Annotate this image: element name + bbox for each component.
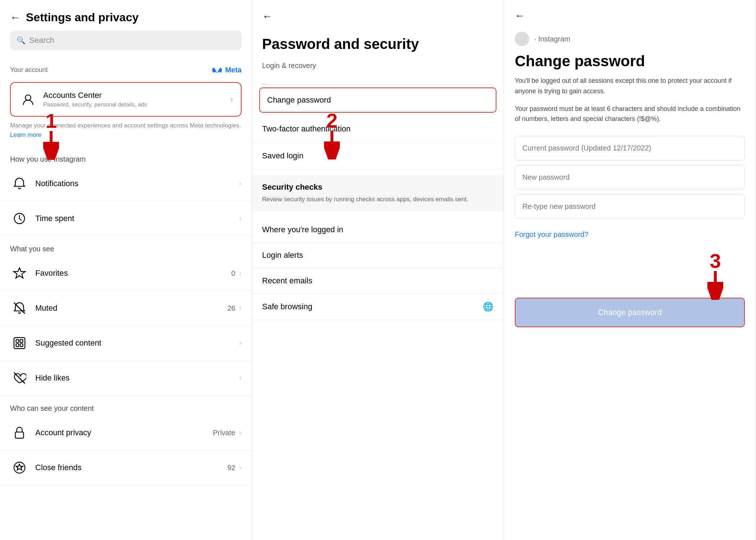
saved-login-item[interactable]: Saved login	[252, 143, 504, 170]
recent-emails-label: Recent emails	[262, 276, 312, 285]
mute-icon	[10, 299, 29, 318]
clock-icon	[10, 209, 29, 228]
your-account-label: Your account	[10, 66, 48, 74]
search-bar[interactable]: 🔍 Search	[10, 31, 242, 50]
suggested-content-content: Suggested content	[35, 338, 239, 348]
current-password-input[interactable]	[515, 136, 745, 161]
close-friends-title: Close friends	[35, 463, 227, 472]
panel2-title: Password and security	[252, 25, 504, 56]
svg-point-0	[25, 95, 31, 100]
search-icon: 🔍	[17, 36, 26, 45]
accounts-center-item[interactable]: Accounts Center Password, security, pers…	[10, 82, 242, 117]
time-spent-chevron: ›	[239, 214, 242, 223]
change-password-desc-2: Your password must be at least 6 charact…	[504, 104, 756, 132]
current-password-group	[515, 136, 745, 161]
favorites-chevron: ›	[239, 269, 242, 278]
notifications-chevron: ›	[239, 179, 242, 188]
favorites-content: Favorites	[35, 269, 231, 278]
new-password-group	[515, 165, 745, 190]
svg-rect-6	[14, 338, 25, 348]
login-alerts-item[interactable]: Login alerts	[252, 243, 504, 268]
svg-rect-7	[16, 340, 19, 343]
change-password-item[interactable]: Change password	[259, 87, 496, 113]
accounts-center-icon	[19, 90, 37, 109]
close-friends-chevron: ›	[239, 463, 242, 472]
safe-browsing-item[interactable]: Safe browsing 🌐	[252, 294, 504, 320]
change-password-title: Change password	[504, 49, 756, 76]
instagram-avatar	[515, 32, 529, 46]
back-arrow-3[interactable]: ←	[515, 10, 525, 21]
recent-emails-item[interactable]: Recent emails	[252, 268, 504, 294]
star-icon	[10, 264, 29, 283]
login-recovery-label: Login & recovery	[252, 56, 504, 73]
time-spent-item[interactable]: Time spent ›	[0, 201, 252, 236]
change-password-button[interactable]: Change password	[515, 298, 745, 327]
forgot-password-link[interactable]: Forgot your password?	[504, 223, 756, 246]
back-arrow-2[interactable]: ←	[262, 11, 272, 22]
notifications-item[interactable]: Notifications ›	[0, 166, 252, 201]
accounts-center-content: Accounts Center Password, security, pers…	[43, 91, 230, 108]
account-privacy-badge: Private	[213, 429, 235, 437]
hide-likes-content: Hide likes	[35, 373, 239, 383]
hide-likes-item[interactable]: Hide likes ›	[0, 361, 252, 396]
svg-marker-14	[16, 464, 23, 470]
instagram-label: · Instagram	[504, 24, 756, 49]
new-password-input[interactable]	[515, 165, 745, 190]
muted-title: Muted	[35, 303, 227, 313]
ac-description: Manage your connected experiences and ac…	[10, 121, 242, 139]
security-checks-section: Security checks Review security issues b…	[252, 175, 504, 211]
change-password-label: Change password	[267, 95, 331, 104]
account-privacy-content: Account privacy	[35, 428, 213, 437]
close-friends-badge: 92	[227, 464, 235, 472]
where-logged-in-label: Where you're logged in	[262, 225, 343, 234]
panel1-header: ← Settings and privacy	[0, 0, 252, 31]
where-logged-in-item[interactable]: Where you're logged in	[252, 217, 504, 243]
how-you-use-label: How you use Instagram	[0, 147, 252, 166]
favorites-badge: 0	[231, 269, 235, 278]
account-privacy-title: Account privacy	[35, 428, 213, 437]
lock-icon	[10, 423, 29, 442]
suggested-content-title: Suggested content	[35, 338, 239, 348]
accounts-center-subtitle: Password, security, personal details, ad…	[43, 102, 230, 108]
muted-content: Muted	[35, 303, 227, 313]
login-alerts-label: Login alerts	[262, 251, 303, 260]
retype-password-input[interactable]	[515, 194, 745, 219]
learn-more-link[interactable]: Learn more	[10, 131, 41, 138]
safe-browsing-label: Safe browsing	[262, 302, 312, 311]
close-friends-item[interactable]: Close friends 92 ›	[0, 450, 252, 485]
instagram-label-text: · Instagram	[534, 35, 570, 43]
back-arrow-1[interactable]: ←	[10, 12, 20, 23]
change-password-panel: ← · Instagram Change password You'll be …	[504, 0, 756, 540]
meta-label: Meta	[225, 66, 242, 74]
safe-browsing-icon: 🌐	[483, 302, 494, 312]
muted-chevron: ›	[239, 303, 242, 313]
security-checks-title: Security checks	[262, 183, 494, 192]
two-factor-auth-item[interactable]: Two-factor authentication	[252, 116, 504, 143]
suggested-icon	[10, 334, 29, 352]
your-account-section: Your account Meta	[0, 59, 252, 78]
svg-marker-4	[14, 268, 25, 278]
accounts-center-chevron: ›	[230, 95, 233, 104]
account-privacy-item[interactable]: Account privacy Private ›	[0, 415, 252, 450]
svg-rect-12	[15, 432, 24, 438]
suggested-content-item[interactable]: Suggested content ›	[0, 326, 252, 361]
scrolled-item: ...	[259, 73, 496, 85]
notifications-title: Notifications	[35, 179, 239, 188]
notifications-content: Notifications	[35, 179, 239, 188]
account-privacy-chevron: ›	[239, 428, 242, 437]
security-checks-desc: Review security issues by running checks…	[262, 195, 494, 204]
time-spent-title: Time spent	[35, 214, 239, 223]
change-password-btn-area: 3 Change password	[504, 298, 756, 327]
svg-rect-9	[16, 344, 19, 347]
favorites-item[interactable]: Favorites 0 ›	[0, 256, 252, 291]
saved-login-label: Saved login	[262, 151, 303, 160]
search-placeholder: Search	[29, 36, 54, 45]
what-you-see-label: What you see	[0, 236, 252, 256]
muted-badge: 26	[227, 304, 235, 312]
panel2-header: ←	[252, 0, 504, 25]
two-factor-auth-label: Two-factor authentication	[262, 124, 351, 133]
muted-item[interactable]: Muted 26 ›	[0, 291, 252, 326]
accounts-center-title: Accounts Center	[43, 91, 230, 100]
settings-panel: ← Settings and privacy 🔍 Search Your acc…	[0, 0, 252, 540]
close-friends-content: Close friends	[35, 463, 227, 472]
